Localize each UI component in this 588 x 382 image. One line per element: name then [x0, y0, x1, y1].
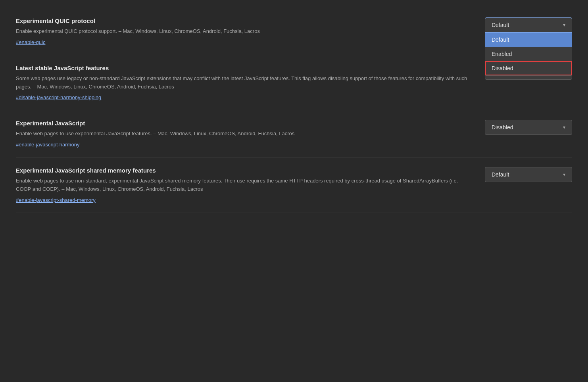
- dropdown-wrapper-experimental-js: Disabled▾: [485, 120, 572, 135]
- flag-title-quic-protocol: Experimental QUIC protocol: [16, 17, 469, 24]
- flag-link-quic-protocol[interactable]: #enable-quic: [16, 39, 45, 45]
- chevron-down-icon-experimental-js: ▾: [563, 125, 565, 130]
- flag-description-experimental-js: Enable web pages to use experimental Jav…: [16, 130, 469, 138]
- dropdown-value-shared-memory: Default: [492, 171, 509, 178]
- flag-title-js-features: Latest stable JavaScript features: [16, 65, 469, 71]
- flag-description-shared-memory: Enable web pages to use non-standard, ex…: [16, 177, 469, 194]
- dropdown-wrapper-shared-memory: Default▾: [485, 167, 572, 182]
- flag-description-quic-protocol: Enable experimental QUIC protocol suppor…: [16, 27, 469, 36]
- flag-link-shared-memory[interactable]: #enable-javascript-shared-memory: [16, 197, 96, 203]
- flag-content-shared-memory: Experimental JavaScript shared memory fe…: [16, 167, 469, 203]
- dropdown-value-quic-protocol: Default: [492, 22, 509, 28]
- flag-item-experimental-js: Experimental JavaScriptEnable web pages …: [16, 110, 572, 157]
- flag-content-js-features: Latest stable JavaScript featuresSome we…: [16, 65, 469, 101]
- flag-description-js-features: Some web pages use legacy or non-standar…: [16, 75, 469, 91]
- chevron-down-icon-quic-protocol: ▾: [563, 22, 565, 28]
- flags-page: Experimental QUIC protocolEnable experim…: [0, 0, 588, 221]
- flag-link-experimental-js[interactable]: #enable-javascript-harmony: [16, 142, 79, 148]
- dropdown-option-disabled[interactable]: Disabled: [485, 61, 572, 75]
- flag-title-shared-memory: Experimental JavaScript shared memory fe…: [16, 167, 469, 174]
- dropdown-button-shared-memory[interactable]: Default▾: [485, 167, 572, 182]
- dropdown-wrapper-quic-protocol: Default▾DefaultEnabledDisabled: [485, 17, 572, 33]
- flag-control-quic-protocol: Default▾DefaultEnabledDisabled: [485, 17, 572, 33]
- flag-title-experimental-js: Experimental JavaScript: [16, 120, 469, 127]
- chevron-down-icon-shared-memory: ▾: [563, 172, 565, 177]
- flag-control-shared-memory: Default▾: [485, 167, 572, 182]
- dropdown-value-experimental-js: Disabled: [492, 124, 513, 131]
- flag-item-quic-protocol: Experimental QUIC protocolEnable experim…: [16, 8, 572, 55]
- flag-link-js-features[interactable]: #disable-javascript-harmony-shipping: [16, 94, 101, 100]
- dropdown-menu-quic-protocol: DefaultEnabledDisabled: [485, 33, 572, 76]
- dropdown-option-enabled[interactable]: Enabled: [485, 47, 572, 61]
- dropdown-button-quic-protocol[interactable]: Default▾: [485, 17, 572, 33]
- dropdown-option-default[interactable]: Default: [485, 33, 572, 47]
- flag-item-shared-memory: Experimental JavaScript shared memory fe…: [16, 157, 572, 213]
- flag-content-quic-protocol: Experimental QUIC protocolEnable experim…: [16, 17, 469, 45]
- flag-content-experimental-js: Experimental JavaScriptEnable web pages …: [16, 120, 469, 148]
- dropdown-button-experimental-js[interactable]: Disabled▾: [485, 120, 572, 135]
- flag-control-experimental-js: Disabled▾: [485, 120, 572, 135]
